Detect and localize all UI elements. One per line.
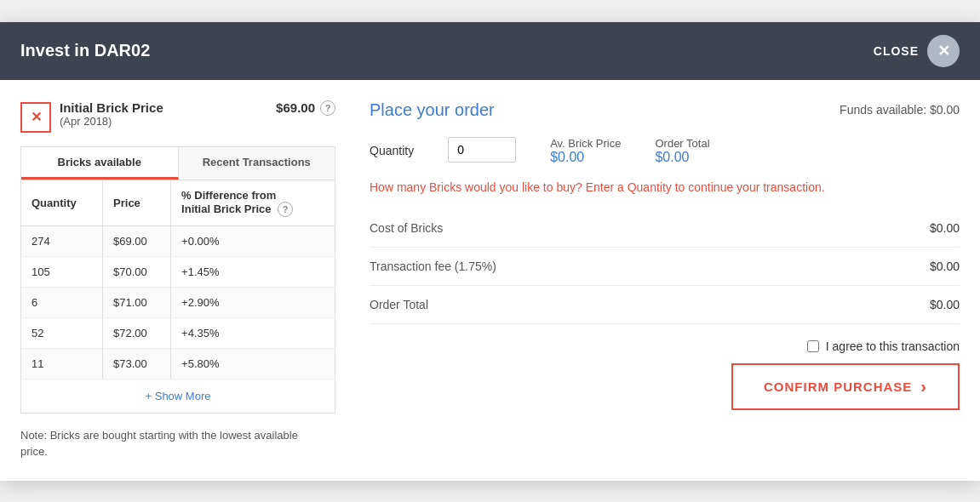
help-icon[interactable]: ? bbox=[320, 100, 335, 116]
quantity-row: Quantity Av. Brick Price $0.00 Order Tot… bbox=[370, 137, 960, 165]
table-cell-diff: +4.35% bbox=[171, 317, 335, 348]
cost-row-value: $0.00 bbox=[930, 298, 960, 311]
table-cell-quantity: 6 bbox=[21, 287, 103, 317]
table-cell-price: $69.00 bbox=[103, 225, 171, 256]
confirm-btn-label: CONFIRM PURCHASE bbox=[764, 379, 912, 394]
agree-row: I agree to this transaction bbox=[370, 324, 960, 363]
table-cell-diff: +1.45% bbox=[171, 256, 335, 287]
brick-price-left: ✕ Initial Brick Price (Apr 2018) bbox=[20, 100, 163, 133]
col-header-diff: % Difference fromInitial Brick Price ? bbox=[171, 180, 335, 225]
col-header-quantity: Quantity bbox=[21, 180, 103, 225]
tab-bricks-available[interactable]: Bricks available bbox=[21, 147, 179, 180]
cost-row-label: Transaction fee (1.75%) bbox=[370, 260, 496, 273]
tab-recent-transactions[interactable]: Recent Transactions bbox=[179, 147, 335, 180]
table-cell-price: $71.00 bbox=[103, 287, 171, 317]
table-cell-diff: +2.90% bbox=[171, 287, 335, 317]
cost-row: Order Total$0.00 bbox=[370, 286, 960, 324]
modal-body: ✕ Initial Brick Price (Apr 2018) $69.00 … bbox=[0, 80, 980, 481]
cost-rows: Cost of Bricks$0.00Transaction fee (1.75… bbox=[370, 209, 960, 324]
note-text: Note: Bricks are bought starting with th… bbox=[20, 427, 310, 460]
modal-title: Invest in DAR02 bbox=[20, 41, 150, 60]
close-label: CLOSE bbox=[874, 44, 919, 58]
table-row: 6$71.00+2.90% bbox=[21, 287, 335, 317]
table-cell-price: $72.00 bbox=[103, 317, 171, 348]
right-panel: Place your order Funds available: $0.00 … bbox=[363, 100, 960, 460]
brick-price-info: Initial Brick Price (Apr 2018) bbox=[60, 100, 163, 128]
table-row: 105$70.00+1.45% bbox=[21, 256, 335, 287]
table-row: 274$69.00+0.00% bbox=[21, 225, 335, 256]
brick-price-amount: $69.00 bbox=[276, 100, 315, 115]
funds-available: Funds available: $0.00 bbox=[840, 103, 960, 117]
order-total-value: $0.00 bbox=[655, 150, 709, 165]
place-order-title: Place your order bbox=[370, 100, 495, 120]
quantity-label: Quantity bbox=[370, 144, 414, 157]
table-cell-quantity: 274 bbox=[21, 225, 103, 256]
order-header: Place your order Funds available: $0.00 bbox=[370, 100, 960, 120]
av-brick-price-col: Av. Brick Price $0.00 bbox=[550, 137, 621, 165]
table-tabs: Bricks available Recent Transactions bbox=[20, 146, 335, 180]
warning-message: How many Bricks would you like to buy? E… bbox=[370, 180, 960, 194]
table-cell-price: $70.00 bbox=[103, 256, 171, 287]
cost-row-label: Cost of Bricks bbox=[370, 221, 443, 235]
close-button[interactable]: ✕ bbox=[927, 35, 960, 67]
order-total-col: Order Total $0.00 bbox=[655, 137, 709, 165]
confirm-purchase-button[interactable]: CONFIRM PURCHASE › bbox=[731, 363, 960, 410]
col-header-price: Price bbox=[103, 180, 171, 225]
confirm-btn-arrow: › bbox=[920, 377, 927, 396]
quantity-input[interactable] bbox=[448, 137, 516, 163]
av-brick-price-value: $0.00 bbox=[550, 150, 621, 165]
agree-label: I agree to this transaction bbox=[826, 339, 960, 353]
table-body: 274$69.00+0.00%105$70.00+1.45%6$71.00+2.… bbox=[21, 225, 335, 379]
agree-checkbox[interactable] bbox=[807, 340, 819, 352]
order-total-label: Order Total bbox=[655, 137, 709, 150]
brick-price-value-area: $69.00 ? bbox=[276, 100, 335, 116]
close-area[interactable]: CLOSE ✕ bbox=[874, 35, 960, 67]
brick-price-title: Initial Brick Price bbox=[60, 100, 163, 115]
table-cell-quantity: 11 bbox=[21, 348, 103, 379]
left-panel: ✕ Initial Brick Price (Apr 2018) $69.00 … bbox=[20, 100, 335, 460]
show-more-button[interactable]: + Show More bbox=[20, 379, 335, 414]
cost-row-label: Order Total bbox=[370, 298, 428, 311]
table-cell-quantity: 105 bbox=[21, 256, 103, 287]
brick-price-header: ✕ Initial Brick Price (Apr 2018) $69.00 … bbox=[20, 100, 335, 133]
av-brick-price-label: Av. Brick Price bbox=[550, 137, 621, 150]
table-row: 52$72.00+4.35% bbox=[21, 317, 335, 348]
modal-header: Invest in DAR02 CLOSE ✕ bbox=[0, 22, 980, 80]
cost-row: Cost of Bricks$0.00 bbox=[370, 209, 960, 248]
table-row: 11$73.00+5.80% bbox=[21, 348, 335, 379]
modal-container: Invest in DAR02 CLOSE ✕ ✕ Initial Brick … bbox=[0, 22, 980, 481]
bricks-table: Quantity Price % Difference fromInitial … bbox=[20, 180, 335, 379]
col-help-icon[interactable]: ? bbox=[278, 202, 293, 217]
table-cell-quantity: 52 bbox=[21, 317, 103, 348]
table-cell-diff: +0.00% bbox=[171, 225, 335, 256]
table-cell-diff: +5.80% bbox=[171, 348, 335, 379]
table-cell-price: $73.00 bbox=[103, 348, 171, 379]
cost-row-value: $0.00 bbox=[930, 221, 960, 235]
brick-icon: ✕ bbox=[20, 102, 51, 133]
cost-row-value: $0.00 bbox=[930, 260, 960, 273]
brick-price-sub: (Apr 2018) bbox=[60, 115, 163, 128]
cost-row: Transaction fee (1.75%)$0.00 bbox=[370, 248, 960, 286]
